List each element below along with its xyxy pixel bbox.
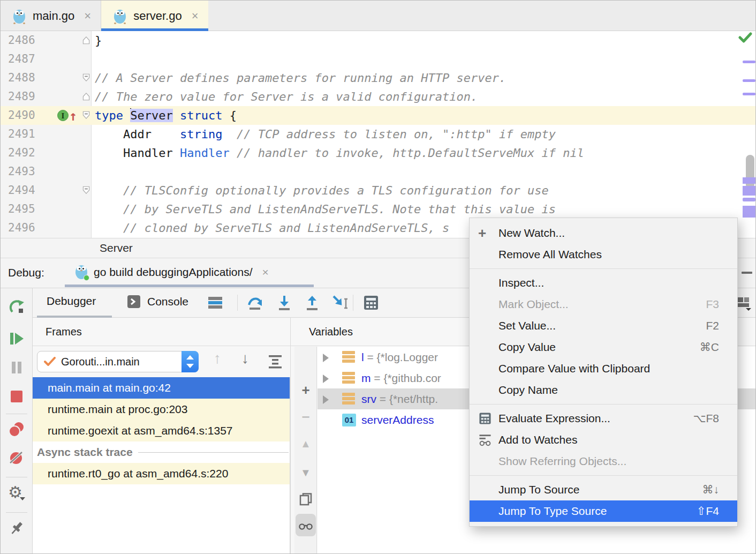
line-number: 2493 <box>1 162 52 181</box>
move-down-icon[interactable]: ▼ <box>299 466 313 480</box>
thread-selector-dropdown[interactable]: Gorouti...in.main <box>37 351 199 372</box>
add-to-watches-icon <box>478 433 492 447</box>
fold-marker-icon[interactable] <box>81 92 91 101</box>
inspection-ok-icon[interactable] <box>738 32 752 43</box>
tab-debugger[interactable]: Debugger <box>47 295 96 308</box>
step-into-icon[interactable] <box>276 294 293 311</box>
editor-scrollbar[interactable] <box>746 155 754 189</box>
code-comment: // A Server defines parameters for runni… <box>94 69 506 87</box>
variables-side-toolbar: + − ▲ ▼ <box>294 347 317 554</box>
frame-row[interactable]: runtime.main at proc.go:203 <box>33 399 290 420</box>
menu-item-evaluate-expression[interactable]: Evaluate Expression...⌥F8 <box>470 408 737 429</box>
fold-region[interactable] <box>80 69 94 87</box>
fold-marker-icon[interactable] <box>81 73 91 83</box>
shortcut-label: ⌘C <box>700 336 719 358</box>
mute-breakpoints-icon[interactable] <box>8 449 25 466</box>
session-close-icon[interactable]: × <box>262 266 269 279</box>
code-line: 2488 // A Server defines parameters for … <box>1 69 756 87</box>
fold-marker-icon[interactable] <box>81 185 91 195</box>
change-marker[interactable] <box>743 61 755 63</box>
change-marker-block[interactable] <box>743 198 755 201</box>
line-number: 2488 <box>1 69 52 87</box>
implemented-marker-icon[interactable]: I <box>57 110 69 121</box>
change-marker[interactable] <box>743 79 755 82</box>
tab-close-icon[interactable]: × <box>192 9 199 23</box>
menu-item-jump-to-source[interactable]: Jump To Source⌘↓ <box>470 479 737 500</box>
debug-session-label: go build debuggingApplications/ <box>94 266 253 279</box>
expand-arrow-icon[interactable] <box>323 395 329 404</box>
line-number: 2491 <box>1 125 52 144</box>
frame-down-icon[interactable]: ↓ <box>241 350 249 367</box>
change-marker-block[interactable] <box>743 186 755 196</box>
settings-gear-icon[interactable]: ⚙ <box>8 484 25 501</box>
dropdown-arrows <box>182 351 199 372</box>
remove-watch-icon[interactable]: − <box>299 410 313 424</box>
fold-region[interactable] <box>80 106 94 125</box>
tab-console[interactable]: Console <box>127 295 188 309</box>
menu-separator <box>470 475 737 476</box>
stop-icon[interactable] <box>8 388 25 405</box>
step-out-icon[interactable] <box>304 294 321 311</box>
variables-context-menu: + New Watch... Remove All Watches Inspec… <box>469 218 738 527</box>
pause-icon[interactable] <box>8 359 25 376</box>
tab-main-go[interactable]: main.go × <box>1 1 101 31</box>
menu-item-set-value[interactable]: Set Value...F2 <box>470 315 737 336</box>
watches-glasses-icon[interactable] <box>299 519 313 533</box>
fold-marker-icon[interactable] <box>81 110 91 120</box>
variable-name: serverAddress <box>361 414 434 426</box>
code-editor[interactable]: 2486 } 2487 2488 // A Server defines par… <box>1 31 756 238</box>
expand-arrow-icon[interactable] <box>323 354 329 362</box>
code-line: 2492 Handler Handler // handler to invok… <box>1 144 756 162</box>
menu-item-inspect[interactable]: Inspect... <box>470 272 737 294</box>
hide-tool-window-icon[interactable] <box>742 272 752 274</box>
hide-library-frames-icon[interactable] <box>267 353 283 369</box>
console-icon <box>127 295 141 309</box>
menu-item-jump-to-type-source[interactable]: Jump To Type Source⇧F4 <box>470 500 737 522</box>
layout-options-icon[interactable] <box>207 294 224 311</box>
go-gopher-icon <box>12 8 26 24</box>
add-watch-icon[interactable]: + <box>299 383 313 397</box>
view-breakpoints-icon[interactable] <box>8 421 25 438</box>
expand-arrow-icon[interactable] <box>323 375 329 383</box>
resume-program-icon[interactable] <box>8 330 25 347</box>
menu-item-remove-all-watches[interactable]: Remove All Watches <box>470 244 737 265</box>
thread-status-check-icon <box>44 357 56 366</box>
fold-marker-icon[interactable] <box>81 35 91 45</box>
change-marker-block[interactable] <box>743 206 755 218</box>
menu-item-add-to-watches[interactable]: Add to Watches <box>470 429 737 451</box>
group-label: Async stack trace <box>37 441 133 463</box>
evaluate-expression-icon[interactable] <box>362 294 380 311</box>
fold-region[interactable] <box>80 181 94 200</box>
step-over-icon[interactable] <box>247 294 264 311</box>
code-text: Addr string // TCP address to listen on,… <box>94 125 556 144</box>
navigate-up-arrow-icon[interactable]: ↑ <box>69 107 77 125</box>
copy-icon[interactable] <box>299 492 313 506</box>
menu-item-copy-value[interactable]: Copy Value⌘C <box>470 336 737 358</box>
frame-row[interactable]: main.main at main.go:42 <box>33 377 290 399</box>
pin-icon[interactable] <box>8 520 25 537</box>
frame-up-icon[interactable]: ↑ <box>214 350 221 367</box>
line-number: 2489 <box>1 87 52 106</box>
menu-item-new-watch[interactable]: + New Watch... <box>470 222 737 244</box>
fold-region[interactable] <box>80 31 94 50</box>
change-marker-block[interactable] <box>743 177 755 184</box>
frame-row[interactable]: runtime.goexit at asm_amd64.s:1357 <box>33 420 290 441</box>
fold-region[interactable] <box>80 87 94 106</box>
rerun-icon[interactable] <box>8 298 25 315</box>
calculator-icon <box>478 411 492 425</box>
tab-close-icon[interactable]: × <box>84 9 91 23</box>
run-to-cursor-icon[interactable] <box>331 294 349 311</box>
session-tab-underline <box>65 285 314 287</box>
code-line: 2486 } <box>1 31 756 50</box>
shortcut-label: ⇧F4 <box>697 500 719 522</box>
tab-server-go[interactable]: server.go × <box>101 1 208 31</box>
change-marker[interactable] <box>743 93 755 95</box>
variable-value: = {*log.Logger <box>364 351 438 363</box>
debug-session-tab[interactable]: go build debuggingApplications/ × <box>74 264 269 281</box>
move-up-icon[interactable]: ▲ <box>299 437 313 451</box>
menu-item-compare-value-with-clipboard[interactable]: Compare Value with Clipboard <box>470 358 737 379</box>
editor-tab-bar: main.go × server.go × <box>1 1 756 31</box>
frame-row[interactable]: runtime.rt0_go at asm_amd64.s:220 <box>33 463 290 484</box>
shortcut-label: ⌘↓ <box>702 479 720 500</box>
menu-item-copy-name[interactable]: Copy Name <box>470 379 737 401</box>
